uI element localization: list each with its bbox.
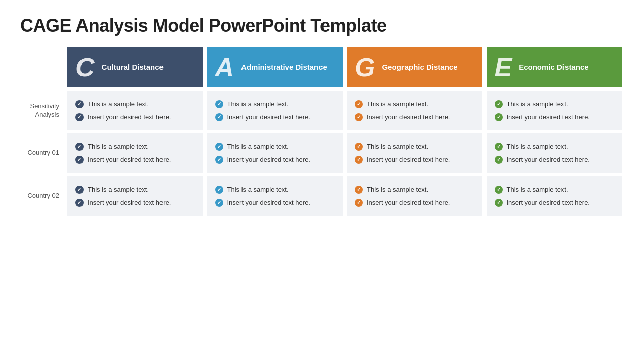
bullet-text: Insert your desired text here. <box>88 113 171 122</box>
bullet-icon <box>355 100 363 108</box>
bullet-icon <box>495 186 503 194</box>
bullet-icon <box>75 199 84 207</box>
list-item: Insert your desired text here. <box>355 155 474 164</box>
header-geographic: G Geographic Distance <box>347 47 482 87</box>
list-item: This is a sample text. <box>75 142 195 151</box>
bullet-icon <box>355 156 363 164</box>
bullet-icon <box>495 143 503 151</box>
row-label-country02: Country 02 <box>20 176 65 216</box>
cell-country01-economic: This is a sample text. Insert your desir… <box>487 133 622 173</box>
cell-country01-geographic: This is a sample text. Insert your desir… <box>347 133 482 173</box>
bullet-icon <box>75 143 84 151</box>
bullet-icon <box>495 199 503 207</box>
cell-country01-cultural: This is a sample text. Insert your desir… <box>67 133 203 173</box>
bullet-icon <box>75 156 84 164</box>
list-item: Insert your desired text here. <box>355 113 474 122</box>
list-item: Insert your desired text here. <box>75 198 195 207</box>
bullet-text: This is a sample text. <box>367 142 428 151</box>
list-item: This is a sample text. <box>215 100 335 109</box>
bullet-text: Insert your desired text here. <box>227 198 310 207</box>
bullet-text: This is a sample text. <box>367 100 428 109</box>
bullet-icon <box>75 113 84 121</box>
list-item: Insert your desired text here. <box>75 155 195 164</box>
cell-country01-administrative: This is a sample text. Insert your desir… <box>207 133 343 173</box>
cell-country02-economic: This is a sample text. Insert your desir… <box>487 176 622 216</box>
bullet-icon <box>355 186 363 194</box>
bullet-icon <box>355 199 363 207</box>
letter-e: E <box>495 54 512 80</box>
cage-table: C Cultural Distance A Administrative Dis… <box>20 47 624 216</box>
list-item: This is a sample text. <box>355 100 474 109</box>
bullet-icon <box>215 143 223 151</box>
bullet-text: This is a sample text. <box>507 185 568 194</box>
row-label-country01: Country 01 <box>20 133 65 173</box>
list-item: Insert your desired text here. <box>355 198 474 207</box>
list-item: This is a sample text. <box>215 142 335 151</box>
data-rows: Sensitivity Analysis This is a sample te… <box>20 87 624 216</box>
list-item: This is a sample text. <box>215 185 335 194</box>
bullet-text: This is a sample text. <box>227 100 289 109</box>
cell-country02-geographic: This is a sample text. Insert your desir… <box>347 176 482 216</box>
bullet-text: This is a sample text. <box>88 185 149 194</box>
list-item: Insert your desired text here. <box>75 113 195 122</box>
list-item: This is a sample text. <box>495 185 614 194</box>
cell-country02-cultural: This is a sample text. Insert your desir… <box>67 176 203 216</box>
list-item: This is a sample text. <box>355 185 474 194</box>
bullet-text: This is a sample text. <box>88 100 149 109</box>
list-item: Insert your desired text here. <box>495 198 614 207</box>
bullet-text: Insert your desired text here. <box>367 113 450 122</box>
list-item: Insert your desired text here. <box>215 155 335 164</box>
bullet-text: Insert your desired text here. <box>367 198 450 207</box>
bullet-text: This is a sample text. <box>88 142 149 151</box>
row-label-sensitivity: Sensitivity Analysis <box>20 90 65 130</box>
bullet-icon <box>495 156 503 164</box>
header-administrative-text: Administrative Distance <box>241 62 327 72</box>
row-country02: Country 02 This is a sample text. Insert… <box>20 176 624 216</box>
list-item: This is a sample text. <box>75 185 195 194</box>
bullet-icon <box>75 100 84 108</box>
cell-sensitivity-cultural: This is a sample text. Insert your desir… <box>67 90 203 130</box>
bullet-text: Insert your desired text here. <box>367 155 450 164</box>
list-item: This is a sample text. <box>495 142 614 151</box>
letter-c: C <box>75 54 95 80</box>
bullet-text: Insert your desired text here. <box>507 198 590 207</box>
bullet-icon <box>215 100 223 108</box>
cell-sensitivity-economic: This is a sample text. Insert your desir… <box>487 90 622 130</box>
list-item: This is a sample text. <box>75 100 195 109</box>
bullet-text: Insert your desired text here. <box>507 113 590 122</box>
row-country01: Country 01 This is a sample text. Insert… <box>20 133 624 173</box>
cell-country02-administrative: This is a sample text. Insert your desir… <box>207 176 343 216</box>
header-economic: E Economic Distance <box>487 47 622 87</box>
bullet-icon <box>75 186 84 194</box>
cell-sensitivity-geographic: This is a sample text. Insert your desir… <box>347 90 482 130</box>
list-item: This is a sample text. <box>495 100 614 109</box>
bullet-icon <box>355 113 363 121</box>
header-administrative: A Administrative Distance <box>207 47 343 87</box>
list-item: Insert your desired text here. <box>215 113 335 122</box>
cell-sensitivity-administrative: This is a sample text. Insert your desir… <box>207 90 343 130</box>
row-sensitivity: Sensitivity Analysis This is a sample te… <box>20 90 624 130</box>
header-cultural-text: Cultural Distance <box>102 62 164 72</box>
bullet-text: Insert your desired text here. <box>88 198 171 207</box>
header-cultural: C Cultural Distance <box>67 47 203 87</box>
bullet-text: This is a sample text. <box>507 142 568 151</box>
list-item: Insert your desired text here. <box>495 155 614 164</box>
list-item: This is a sample text. <box>355 142 474 151</box>
header-geographic-text: Geographic Distance <box>382 62 457 72</box>
bullet-text: This is a sample text. <box>227 142 289 151</box>
bullet-text: This is a sample text. <box>507 100 568 109</box>
letter-a: A <box>215 54 234 80</box>
bullet-text: This is a sample text. <box>227 185 289 194</box>
bullet-text: Insert your desired text here. <box>507 155 590 164</box>
bullet-icon <box>495 100 503 108</box>
bullet-icon <box>215 199 223 207</box>
bullet-text: Insert your desired text here. <box>227 113 310 122</box>
bullet-icon <box>215 113 223 121</box>
bullet-icon <box>495 113 503 121</box>
list-item: Insert your desired text here. <box>215 198 335 207</box>
bullet-text: Insert your desired text here. <box>88 155 171 164</box>
bullet-text: This is a sample text. <box>367 185 428 194</box>
bullet-icon <box>215 156 223 164</box>
header-economic-text: Economic Distance <box>519 62 588 72</box>
bullet-icon <box>215 186 223 194</box>
